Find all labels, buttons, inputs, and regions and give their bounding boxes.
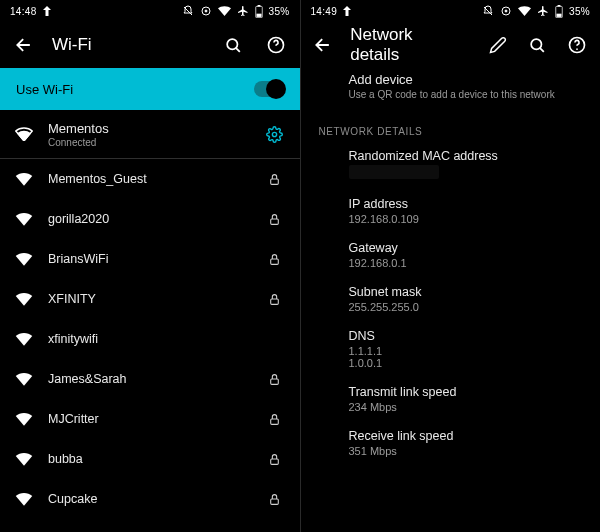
svg-point-5	[227, 39, 237, 49]
lock-indicator	[264, 372, 286, 387]
network-name: Mementos	[48, 121, 250, 136]
app-bar: Wi-Fi	[0, 22, 300, 68]
detail-value: 234 Mbps	[349, 401, 583, 413]
detail-key: Gateway	[349, 241, 583, 255]
search-button[interactable]	[220, 31, 248, 59]
pencil-icon	[489, 36, 507, 54]
status-bar: 14:48 35%	[0, 0, 300, 22]
detail-key: IP address	[349, 197, 583, 211]
airplane-icon	[537, 5, 549, 17]
detail-value: 1.1.1.1 1.0.0.1	[349, 345, 583, 369]
network-row[interactable]: XFINITY	[0, 279, 300, 319]
wifi-icon	[15, 252, 33, 266]
detail-value: 192.168.0.1	[349, 257, 583, 269]
gear-icon	[266, 126, 283, 143]
use-wifi-label: Use Wi-Fi	[16, 82, 254, 97]
back-button[interactable]	[10, 31, 38, 59]
network-row[interactable]: Cupcake	[0, 479, 300, 519]
battery-icon	[255, 5, 263, 18]
network-status: Connected	[48, 137, 250, 148]
wifi-icon	[15, 127, 33, 141]
lock-icon	[268, 372, 281, 387]
airplane-icon	[237, 5, 249, 17]
lock-indicator	[264, 292, 286, 307]
svg-rect-9	[271, 218, 279, 223]
network-name: xfinitywifi	[48, 332, 250, 346]
lock-icon	[268, 172, 281, 187]
app-bar: Network details	[301, 22, 601, 68]
page-title: Wi-Fi	[52, 35, 92, 55]
battery-percent: 35%	[269, 6, 290, 17]
svg-point-21	[531, 39, 541, 49]
clock: 14:48	[10, 6, 37, 17]
search-icon	[224, 36, 243, 55]
wifi-icon	[15, 172, 33, 186]
lock-indicator	[264, 452, 286, 467]
network-name: MJCritter	[48, 412, 250, 426]
back-button[interactable]	[311, 31, 337, 59]
svg-rect-19	[558, 5, 561, 6]
edit-button[interactable]	[485, 31, 511, 59]
section-header: Network Details	[301, 114, 601, 141]
svg-rect-13	[271, 418, 279, 423]
dnd-off-icon	[182, 5, 194, 17]
arrow-left-icon	[14, 35, 34, 55]
detail-row: Randomized MAC address	[301, 141, 601, 189]
help-button[interactable]	[564, 31, 590, 59]
location-icon	[500, 5, 512, 17]
use-wifi-toggle-row[interactable]: Use Wi-Fi	[0, 68, 300, 110]
network-row[interactable]: gorilla2020	[0, 199, 300, 239]
network-row[interactable]: BriansWiFi	[0, 239, 300, 279]
network-name: gorilla2020	[48, 212, 250, 226]
wifi-status-icon	[518, 6, 531, 16]
clock: 14:49	[311, 6, 338, 17]
help-button[interactable]	[262, 31, 290, 59]
svg-point-1	[205, 10, 207, 12]
help-icon	[266, 35, 286, 55]
help-icon	[567, 35, 587, 55]
lock-indicator	[264, 172, 286, 187]
svg-point-7	[272, 132, 276, 136]
network-row[interactable]: Mementos_Guest	[0, 159, 300, 199]
network-settings-button[interactable]	[264, 126, 286, 143]
lock-indicator	[264, 492, 286, 507]
wifi-icon	[15, 452, 33, 466]
detail-row: Gateway192.168.0.1	[301, 233, 601, 277]
detail-value: 351 Mbps	[349, 445, 583, 457]
detail-key: Receive link speed	[349, 429, 583, 443]
detail-key: Subnet mask	[349, 285, 583, 299]
svg-rect-15	[271, 498, 279, 503]
detail-value: 192.168.0.109	[349, 213, 583, 225]
wifi-icon	[15, 292, 33, 306]
network-row[interactable]: bubba	[0, 439, 300, 479]
network-row[interactable]: James&Sarah	[0, 359, 300, 399]
detail-key: DNS	[349, 329, 583, 343]
wifi-status-icon	[218, 6, 231, 16]
dnd-off-icon	[482, 5, 494, 17]
network-name: Mementos_Guest	[48, 172, 250, 186]
network-row[interactable]: MJCritter	[0, 399, 300, 439]
wifi-icon	[15, 372, 33, 386]
network-row[interactable]: xfinitywifi	[0, 319, 300, 359]
wifi-icon	[15, 412, 33, 426]
location-icon	[200, 5, 212, 17]
svg-rect-11	[271, 298, 279, 303]
svg-rect-10	[271, 258, 279, 263]
detail-key: Randomized MAC address	[349, 149, 583, 163]
lock-icon	[268, 492, 281, 507]
detail-row: DNS1.1.1.1 1.0.0.1	[301, 321, 601, 377]
search-button[interactable]	[525, 31, 551, 59]
connected-network-row[interactable]: Mementos Connected	[0, 110, 300, 158]
redacted-value	[349, 165, 439, 179]
lock-indicator	[264, 252, 286, 267]
wifi-switch[interactable]	[254, 81, 284, 97]
detail-key: Transmit link speed	[349, 385, 583, 399]
search-icon	[528, 36, 547, 55]
add-device-row[interactable]: Add device Use a QR code to add a device…	[301, 68, 601, 114]
lock-icon	[268, 292, 281, 307]
upload-icon	[43, 6, 51, 16]
wifi-settings-screen: 14:48 35% Wi-Fi Use Wi-Fi	[0, 0, 300, 532]
add-device-subtitle: Use a QR code to add a device to this ne…	[349, 89, 583, 100]
svg-point-17	[505, 10, 507, 12]
status-bar: 14:49 35%	[301, 0, 601, 22]
